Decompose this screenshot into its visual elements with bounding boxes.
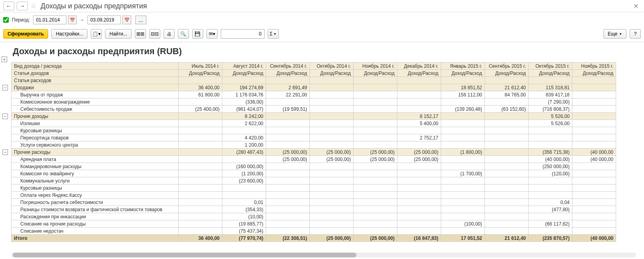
cell-value [179,163,222,170]
form-report-button[interactable]: Сформировать [3,29,48,39]
sigma-button[interactable]: Σ▼ [268,29,279,39]
preview-button[interactable]: 🔍 [178,29,189,39]
cell-value [529,177,572,184]
table-row[interactable]: Списание недостач(75 437,34) [12,228,616,235]
sub-header: Доход/Расход [441,70,485,77]
date-from-input[interactable] [33,16,66,24]
table-row[interactable]: Курсовые разницы [12,127,616,134]
save-button[interactable]: 💾 [192,29,203,39]
cell-value [441,228,485,235]
table-row[interactable]: Продажи36 400,00194 274,692 691,4918 851… [12,84,616,91]
cell-value: (25 000,00) [354,149,397,156]
cell-value [397,220,441,228]
find-button[interactable]: Найти... [105,29,131,39]
table-row[interactable]: Командировочные расходы(160 000,00)(250 … [12,163,616,170]
table-row[interactable]: Коммунальные услуги(23 600,00) [12,177,616,184]
cell-value [354,134,397,141]
scroll-thumb[interactable] [13,253,356,257]
cell-value: 115 318,81 [529,84,572,91]
cell-value [441,199,485,206]
cell-value [310,134,354,141]
table-row[interactable]: Прочие расходы(280 487,43)(25 000,00)(25… [12,149,616,156]
table-row[interactable]: Курсовые разницы [12,184,616,192]
cell-value [441,184,485,192]
table-row[interactable]: Излишки2 622,005 400,005 526,00 [12,120,616,127]
table-row[interactable]: Прочие доходы8 242,008 152,175 526,00 [12,113,616,120]
cell-value [266,163,310,170]
table-row[interactable]: Арендная плата(25 000,00)(25 000,00)(25 … [12,156,616,163]
expand-level-button[interactable]: + [2,57,7,62]
tree-collapse-button[interactable]: − [2,149,8,155]
cell-value [266,141,310,149]
mail-button[interactable]: ✉▾ [206,29,218,39]
save-icon: 💾 [195,31,200,37]
period-checkbox[interactable] [3,17,9,23]
table-row[interactable]: Разницы стоимости возврата и фактической… [12,206,616,213]
cell-value: 1 176 034,76 [222,91,266,98]
close-button[interactable]: ✕ [631,2,641,10]
cell-value: (120,00) [529,170,572,177]
cell-value [354,184,397,192]
sum-input[interactable] [221,29,265,39]
table-row[interactable]: Списание на прочие расходы(19 885,77)(10… [12,220,616,228]
favorite-star-icon[interactable]: ☆ [30,2,37,10]
print-button[interactable]: 🖨 [163,29,175,39]
sub-header: Доход/Расход [572,70,616,77]
sub-header: Доход/Расход [485,70,529,77]
period-header: Сентябрь 2014 г. [266,63,310,70]
collapse-all-button[interactable]: ⊟⊟ [149,29,160,39]
more-button[interactable]: Еще ▼ [603,29,626,39]
table-row[interactable]: Пересортица товаров4 420,002 752,17 [12,134,616,141]
horizontal-scrollbar[interactable] [11,253,636,257]
cell-value: (981 424,07) [222,106,266,113]
table-row[interactable]: Погрешность расчета себестоимости0,010,0… [12,199,616,206]
cell-value: (160 000,00) [222,163,266,170]
period-header: Ноябрь 2014 г. [354,63,397,70]
cell-value: 8 152,17 [397,113,441,120]
report-heading: Доходы и расходы предприятия (RUB) [11,42,644,62]
cell-value [266,134,310,141]
cell-value [179,98,222,106]
cell-value: (356 715,38) [529,149,572,156]
back-button[interactable]: ← [3,2,14,10]
cell-value [179,177,222,184]
cell-value [354,206,397,213]
period-header: Август 2014 г. [222,63,266,70]
calendar-to-button[interactable]: 📅 [123,16,131,24]
help-button[interactable]: ? [630,29,641,39]
window-title: Доходы и расходы предприятия [41,2,147,10]
report-area[interactable]: + Доходы и расходы предприятия (RUB) Вид… [0,42,644,257]
table-row[interactable]: Выручка от продаж61 800,001 176 034,7622… [12,91,616,98]
forward-button[interactable]: → [17,2,28,10]
date-to-input[interactable] [88,16,121,24]
cell-value [572,106,616,113]
table-row[interactable]: Комиссионное вознаграждение(336,00)(7 29… [12,98,616,106]
table-row[interactable]: Услуги сервисного центра1 200,00 [12,141,616,149]
row-label: Командировочные расходы [12,163,179,170]
cell-value [354,141,397,149]
cell-value [222,127,266,134]
table-row[interactable]: Оплата через Яндекс.Кассу [12,192,616,199]
cell-value [485,192,529,199]
cell-value: 5 526,00 [529,120,572,127]
period-options-button[interactable]: ... [135,16,146,24]
tree-collapse-button[interactable]: − [2,114,8,119]
tree-collapse-button[interactable]: − [2,85,8,90]
cell-value: (1 700,00) [441,170,485,177]
expand-all-button[interactable]: ⊞⊞ [135,29,146,39]
cell-value [397,163,441,170]
table-row[interactable]: Расхождения при инкассации(10,00) [12,213,616,220]
cell-value [529,134,572,141]
settings-button[interactable]: Настройки... [51,29,88,39]
calendar-from-button[interactable]: 📅 [68,16,77,24]
cell-value [179,213,222,220]
cell-value: (75 437,34) [222,228,266,235]
cell-value [354,228,397,235]
cell-value [572,177,616,184]
paste-variant-button[interactable]: 📋▾ [91,29,102,39]
table-row[interactable]: Себестоимость продаж(25 400,00)(981 424,… [12,106,616,113]
row-label: Выручка от продаж [12,91,179,98]
cell-value [441,120,485,127]
cell-value [441,127,485,134]
table-row[interactable]: Комиссия по эквайрингу(1 200,00)(1 700,0… [12,170,616,177]
